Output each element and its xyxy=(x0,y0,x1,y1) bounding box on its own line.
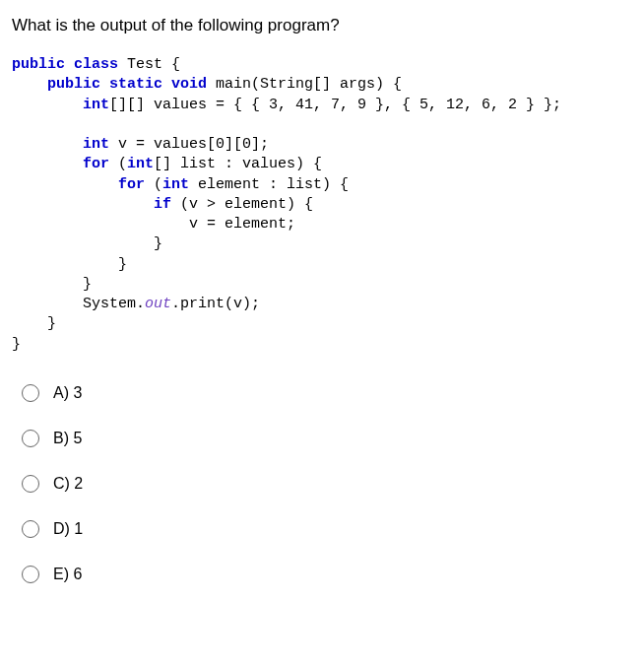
code-text: [] list : values) { xyxy=(154,156,322,172)
code-text: } xyxy=(118,256,127,273)
kw: if xyxy=(154,196,171,213)
code-text: } xyxy=(83,276,92,293)
question-text: What is the output of the following prog… xyxy=(12,16,632,35)
option-d[interactable]: D) 1 xyxy=(22,520,632,538)
code-text: } xyxy=(12,336,21,353)
radio-icon xyxy=(22,566,39,583)
code-text: element : list) { xyxy=(189,176,349,193)
radio-icon xyxy=(22,475,39,493)
code-text: Test { xyxy=(118,56,180,73)
option-a[interactable]: A) 3 xyxy=(22,384,632,402)
radio-icon xyxy=(22,384,39,402)
code-text: } xyxy=(47,315,56,332)
code-block: public class Test { public static void m… xyxy=(12,55,632,355)
kw: int xyxy=(83,136,109,153)
kw: public static void xyxy=(47,76,207,93)
option-c[interactable]: C) 2 xyxy=(22,475,632,493)
code-text: System. xyxy=(83,296,145,312)
code-text: ( xyxy=(145,176,162,193)
option-label: C) 2 xyxy=(53,475,83,493)
radio-icon xyxy=(22,430,39,447)
code-text: v = element; xyxy=(189,216,295,233)
code-text: .print(v); xyxy=(171,296,260,312)
option-label: A) 3 xyxy=(53,384,82,402)
code-out: out xyxy=(145,296,171,312)
option-b[interactable]: B) 5 xyxy=(22,430,632,447)
option-e[interactable]: E) 6 xyxy=(22,566,632,583)
code-text: main(String[] args) { xyxy=(207,76,402,93)
kw: for xyxy=(83,156,109,172)
answer-options: A) 3 B) 5 C) 2 D) 1 E) 6 xyxy=(12,384,632,583)
kw: for xyxy=(118,176,145,193)
option-label: B) 5 xyxy=(53,430,82,447)
option-label: E) 6 xyxy=(53,566,82,583)
kw: int xyxy=(83,97,109,113)
code-text: ( xyxy=(109,156,127,172)
kw: int xyxy=(162,176,189,193)
kw: public class xyxy=(12,56,118,73)
code-text: v = values[0][0]; xyxy=(109,136,269,153)
kw: int xyxy=(127,156,154,172)
code-text: (v > element) { xyxy=(171,196,313,213)
option-label: D) 1 xyxy=(53,520,83,538)
radio-icon xyxy=(22,520,39,538)
code-text: } xyxy=(154,235,162,252)
code-text: [][] values = { { 3, 41, 7, 9 }, { 5, 12… xyxy=(109,97,561,113)
